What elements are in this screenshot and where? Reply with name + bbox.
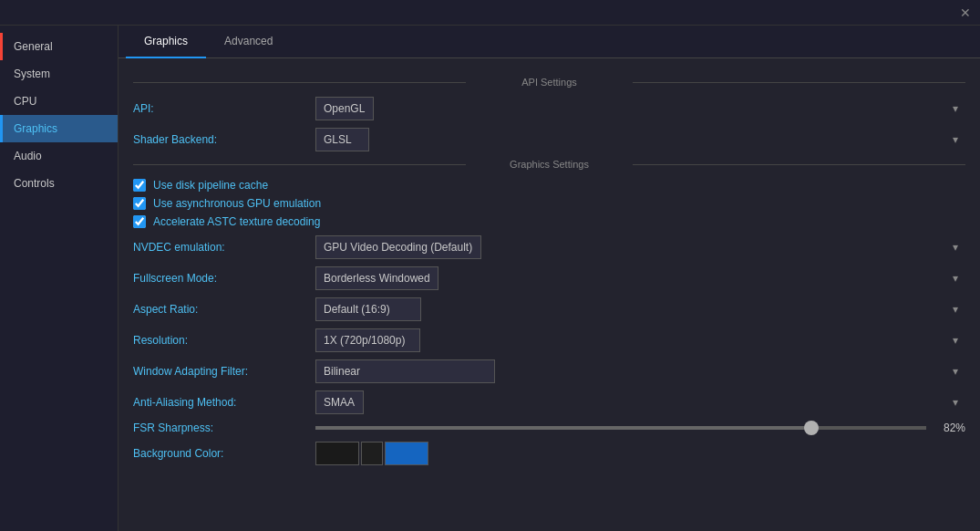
color-swatch-mid[interactable] bbox=[361, 442, 383, 465]
close-button[interactable]: ✕ bbox=[958, 5, 973, 20]
resolution-row: Resolution: 1X (720p/1080p) 2X (1440p/21… bbox=[133, 328, 965, 352]
anti-aliasing-select[interactable]: SMAA None FXAA bbox=[315, 390, 364, 414]
window-filter-row: Window Adapting Filter: Bilinear Bicubic… bbox=[133, 359, 965, 383]
aspect-ratio-select[interactable]: Default (16:9) Force 4:3 Stretch to Wind… bbox=[315, 297, 421, 321]
window-filter-select-wrapper: Bilinear Bicubic Nearest AMD FidelityFX … bbox=[315, 359, 965, 383]
fullscreen-row: Fullscreen Mode: Borderless Windowed Exc… bbox=[133, 266, 965, 290]
color-swatch-blue[interactable] bbox=[385, 442, 428, 465]
aspect-ratio-select-wrapper: Default (16:9) Force 4:3 Stretch to Wind… bbox=[315, 297, 965, 321]
window-filter-select[interactable]: Bilinear Bicubic Nearest AMD FidelityFX … bbox=[315, 359, 495, 383]
api-section-header: API Settings bbox=[133, 77, 965, 88]
sidebar: General System CPU Graphics Audio Contro… bbox=[0, 26, 119, 531]
async-gpu-checkbox[interactable] bbox=[133, 197, 146, 210]
title-bar: ✕ bbox=[0, 0, 980, 26]
resolution-label: Resolution: bbox=[133, 334, 315, 347]
disk-pipeline-label: Use disk pipeline cache bbox=[153, 179, 268, 192]
api-select-wrapper: OpenGL Vulkan bbox=[315, 97, 965, 120]
color-picker-wrapper bbox=[315, 442, 428, 465]
fullscreen-select-wrapper: Borderless Windowed Exclusive Fullscreen… bbox=[315, 266, 965, 290]
sidebar-item-graphics[interactable]: Graphics bbox=[0, 115, 118, 142]
nvdec-label: NVDEC emulation: bbox=[133, 241, 315, 254]
fullscreen-label: Fullscreen Mode: bbox=[133, 272, 315, 285]
fsr-sharpness-row: FSR Sharpness: 82% bbox=[133, 422, 965, 434]
nvdec-row: NVDEC emulation: GPU Video Decoding (Def… bbox=[133, 235, 965, 259]
tab-advanced[interactable]: Advanced bbox=[206, 26, 291, 58]
window-filter-label: Window Adapting Filter: bbox=[133, 365, 315, 378]
sidebar-item-audio[interactable]: Audio bbox=[0, 142, 118, 170]
tab-graphics[interactable]: Graphics bbox=[126, 26, 206, 58]
astc-label: Accelerate ASTC texture decoding bbox=[153, 215, 320, 228]
disk-pipeline-checkbox[interactable] bbox=[133, 179, 146, 192]
fsr-sharpness-label: FSR Sharpness: bbox=[133, 422, 315, 434]
fsr-sharpness-value: 82% bbox=[934, 422, 965, 434]
main-layout: General System CPU Graphics Audio Contro… bbox=[0, 26, 980, 531]
sidebar-item-controls[interactable]: Controls bbox=[0, 170, 118, 197]
fsr-sharpness-slider[interactable] bbox=[315, 426, 926, 430]
resolution-select[interactable]: 1X (720p/1080p) 2X (1440p/2160p) 3X (216… bbox=[315, 328, 420, 352]
nvdec-select-wrapper: GPU Video Decoding (Default) CPU Video D… bbox=[315, 235, 965, 259]
shader-select[interactable]: GLSL SPIR-V bbox=[315, 128, 369, 151]
fsr-slider-wrapper: 82% bbox=[315, 422, 965, 434]
checkbox-disk-pipeline: Use disk pipeline cache bbox=[133, 179, 965, 192]
async-gpu-label: Use asynchronous GPU emulation bbox=[153, 197, 321, 210]
nvdec-select[interactable]: GPU Video Decoding (Default) CPU Video D… bbox=[315, 235, 481, 259]
api-row: API: OpenGL Vulkan bbox=[133, 97, 965, 120]
api-label: API: bbox=[133, 102, 315, 115]
anti-aliasing-select-wrapper: SMAA None FXAA bbox=[315, 390, 965, 414]
shader-row: Shader Backend: GLSL SPIR-V bbox=[133, 128, 965, 151]
api-select[interactable]: OpenGL Vulkan bbox=[315, 97, 374, 120]
resolution-select-wrapper: 1X (720p/1080p) 2X (1440p/2160p) 3X (216… bbox=[315, 328, 965, 352]
aspect-ratio-label: Aspect Ratio: bbox=[133, 303, 315, 316]
content-area: Graphics Advanced API Settings API: Open… bbox=[119, 26, 980, 531]
anti-aliasing-row: Anti-Aliasing Method: SMAA None FXAA bbox=[133, 390, 965, 414]
shader-select-wrapper: GLSL SPIR-V bbox=[315, 128, 965, 151]
shader-label: Shader Backend: bbox=[133, 133, 315, 146]
bg-color-label: Background Color: bbox=[133, 447, 315, 460]
astc-checkbox[interactable] bbox=[133, 215, 146, 228]
fullscreen-select[interactable]: Borderless Windowed Exclusive Fullscreen… bbox=[315, 266, 438, 290]
settings-content: API Settings API: OpenGL Vulkan Shader B… bbox=[119, 58, 980, 484]
sidebar-item-cpu[interactable]: CPU bbox=[0, 88, 118, 115]
checkbox-astc: Accelerate ASTC texture decoding bbox=[133, 215, 965, 228]
color-swatch-dark[interactable] bbox=[315, 442, 359, 465]
tab-bar: Graphics Advanced bbox=[119, 26, 980, 58]
aspect-ratio-row: Aspect Ratio: Default (16:9) Force 4:3 S… bbox=[133, 297, 965, 321]
checkbox-async-gpu: Use asynchronous GPU emulation bbox=[133, 197, 965, 210]
sidebar-item-general[interactable]: General bbox=[0, 33, 118, 60]
background-color-row: Background Color: bbox=[133, 442, 965, 465]
graphics-section-header: Graphics Settings bbox=[133, 159, 965, 170]
sidebar-item-system[interactable]: System bbox=[0, 60, 118, 88]
anti-aliasing-label: Anti-Aliasing Method: bbox=[133, 396, 315, 409]
